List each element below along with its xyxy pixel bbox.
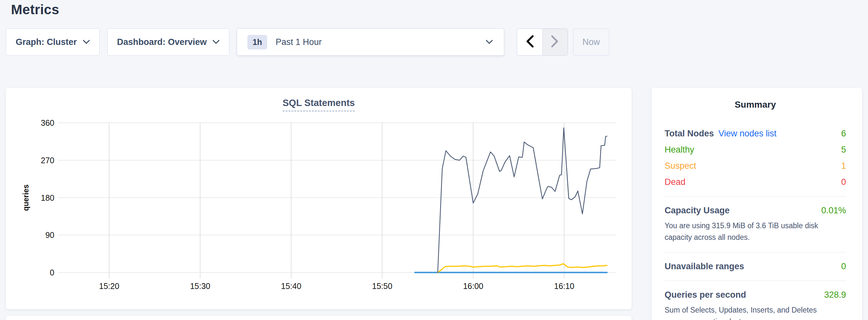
total-nodes-row: Total Nodes View nodes list 6 [664, 129, 846, 139]
x-tick-label: 15:40 [281, 282, 301, 291]
divider [664, 196, 846, 196]
time-range-dropdown[interactable]: 1h Past 1 Hour [237, 28, 504, 56]
queries-per-second-value: 328.9 [824, 290, 846, 300]
next-time-button[interactable] [542, 29, 568, 55]
total-nodes-value: 6 [841, 129, 846, 139]
healthy-nodes-row: Healthy 5 [664, 145, 846, 155]
previous-time-button[interactable] [517, 29, 542, 55]
next-chart-card-peek [6, 316, 631, 320]
suspect-value: 1 [841, 161, 846, 171]
healthy-value: 5 [841, 145, 846, 155]
healthy-label: Healthy [664, 145, 694, 155]
view-nodes-list-link[interactable]: View nodes list [719, 129, 777, 139]
divider [664, 281, 846, 281]
chevron-down-icon [83, 40, 90, 44]
x-tick-label: 16:00 [463, 282, 484, 291]
chevron-left-icon [526, 35, 534, 49]
capacity-usage-value: 0.01% [821, 205, 846, 216]
time-range-badge: 1h [247, 35, 267, 50]
suspect-label: Suspect [664, 161, 696, 171]
capacity-usage-description: You are using 315.9 MiB of 3.6 TiB usabl… [664, 220, 839, 243]
graph-dropdown-label: Graph: Cluster [16, 37, 76, 47]
unavailable-ranges-label: Unavailable ranges [664, 261, 744, 271]
x-tick-label: 15:20 [99, 282, 119, 291]
chevron-down-icon [486, 40, 493, 44]
x-tick-label: 15:30 [190, 282, 211, 291]
now-button[interactable]: Now [573, 28, 609, 56]
x-tick-label: 15:50 [372, 282, 393, 291]
graph-dropdown[interactable]: Graph: Cluster [6, 28, 100, 56]
y-tick-label: 360 [41, 118, 54, 127]
sql-statements-chart-card: SQL Statements 15:2015:3015:4015:5016:00… [6, 88, 631, 309]
sql-statements-chart[interactable]: 15:2015:3015:4015:5016:0016:100901802703… [6, 88, 631, 309]
time-range-label: Past 1 Hour [276, 37, 322, 47]
y-tick-label: 90 [45, 230, 54, 239]
y-tick-label: 0 [50, 268, 54, 277]
queries-per-second-description: Sum of Selects, Updates, Inserts, and De… [664, 305, 839, 320]
queries-per-second-row: Queries per second 328.9 [664, 290, 846, 300]
capacity-usage-label: Capacity Usage [664, 205, 730, 216]
time-pager [517, 28, 568, 56]
y-tick-label: 180 [41, 193, 54, 202]
chevron-right-icon [551, 35, 559, 49]
dashboard-dropdown[interactable]: Dashboard: Overview [107, 28, 229, 56]
dark-navy-line [438, 128, 607, 273]
summary-heading: Summary [664, 100, 846, 110]
unavailable-ranges-row: Unavailable ranges 0 [664, 261, 846, 271]
yellow-line [438, 264, 607, 273]
unavailable-ranges-value: 0 [841, 261, 846, 271]
dead-label: Dead [664, 177, 686, 187]
dead-value: 0 [841, 177, 846, 187]
summary-panel: Summary Total Nodes View nodes list 6 He… [652, 88, 862, 320]
queries-per-second-label: Queries per second [664, 290, 746, 300]
y-axis-label: queries [22, 185, 30, 211]
page-title: Metrics [11, 2, 59, 18]
y-tick-label: 270 [41, 156, 54, 165]
total-nodes-label: Total Nodes [664, 129, 714, 139]
capacity-usage-row: Capacity Usage 0.01% [664, 205, 846, 216]
chevron-down-icon [213, 40, 220, 44]
dead-nodes-row: Dead 0 [664, 177, 846, 187]
now-button-label: Now [583, 37, 600, 47]
divider [664, 252, 846, 252]
x-tick-label: 16:10 [554, 282, 575, 291]
suspect-nodes-row: Suspect 1 [664, 161, 846, 171]
dashboard-dropdown-label: Dashboard: Overview [117, 37, 207, 47]
